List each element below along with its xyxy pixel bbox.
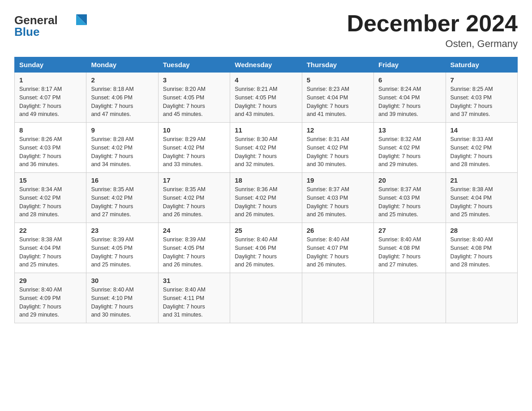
table-row: 24 Sunrise: 8:39 AMSunset: 4:05 PMDaylig… — [158, 223, 230, 273]
calendar-week-row: 1 Sunrise: 8:17 AMSunset: 4:07 PMDayligh… — [15, 73, 518, 123]
day-number: 12 — [307, 126, 369, 134]
calendar-week-row: 22 Sunrise: 8:38 AMSunset: 4:04 PMDaylig… — [15, 223, 518, 273]
header-wednesday: Wednesday — [230, 57, 302, 73]
table-row: 16 Sunrise: 8:35 AMSunset: 4:02 PMDaylig… — [86, 173, 158, 223]
day-number: 7 — [450, 76, 513, 84]
calendar-title: December 2024 — [347, 11, 518, 36]
day-number: 5 — [307, 76, 369, 84]
day-number: 18 — [235, 176, 297, 184]
table-row: 30 Sunrise: 8:40 AMSunset: 4:10 PMDaylig… — [86, 273, 158, 323]
day-number: 17 — [163, 176, 225, 184]
table-row: 3 Sunrise: 8:20 AMSunset: 4:05 PMDayligh… — [158, 73, 230, 123]
header-saturday: Saturday — [446, 57, 517, 73]
day-number: 4 — [235, 76, 297, 84]
table-row: 4 Sunrise: 8:21 AMSunset: 4:05 PMDayligh… — [230, 73, 302, 123]
calendar-week-row: 15 Sunrise: 8:34 AMSunset: 4:02 PMDaylig… — [15, 173, 518, 223]
day-number: 19 — [307, 176, 369, 184]
day-number: 1 — [19, 76, 82, 84]
table-row: 8 Sunrise: 8:26 AMSunset: 4:03 PMDayligh… — [15, 123, 86, 173]
day-info: Sunrise: 8:36 AMSunset: 4:02 PMDaylight:… — [235, 186, 277, 218]
table-row: 12 Sunrise: 8:31 AMSunset: 4:02 PMDaylig… — [302, 123, 373, 173]
day-info: Sunrise: 8:31 AMSunset: 4:02 PMDaylight:… — [307, 136, 349, 167]
day-info: Sunrise: 8:39 AMSunset: 4:05 PMDaylight:… — [91, 236, 133, 268]
day-info: Sunrise: 8:23 AMSunset: 4:04 PMDaylight:… — [307, 86, 349, 117]
table-row: 15 Sunrise: 8:34 AMSunset: 4:02 PMDaylig… — [15, 173, 86, 223]
day-info: Sunrise: 8:40 AMSunset: 4:06 PMDaylight:… — [235, 236, 277, 268]
day-number: 6 — [378, 76, 441, 84]
day-number: 29 — [19, 277, 82, 284]
day-number: 26 — [307, 227, 369, 234]
day-info: Sunrise: 8:34 AMSunset: 4:02 PMDaylight:… — [19, 186, 62, 218]
day-info: Sunrise: 8:30 AMSunset: 4:02 PMDaylight:… — [235, 136, 277, 167]
day-number: 31 — [163, 277, 225, 284]
calendar-week-row: 8 Sunrise: 8:26 AMSunset: 4:03 PMDayligh… — [15, 123, 518, 173]
table-row: 9 Sunrise: 8:28 AMSunset: 4:02 PMDayligh… — [86, 123, 158, 173]
table-row: 31 Sunrise: 8:40 AMSunset: 4:11 PMDaylig… — [158, 273, 230, 323]
table-row: 27 Sunrise: 8:40 AMSunset: 4:08 PMDaylig… — [374, 223, 446, 273]
day-info: Sunrise: 8:39 AMSunset: 4:05 PMDaylight:… — [163, 236, 206, 268]
day-info: Sunrise: 8:40 AMSunset: 4:08 PMDaylight:… — [378, 236, 421, 268]
svg-text:Blue: Blue — [14, 25, 39, 38]
day-info: Sunrise: 8:25 AMSunset: 4:03 PMDaylight:… — [450, 86, 493, 117]
day-number: 25 — [235, 227, 297, 234]
day-info: Sunrise: 8:29 AMSunset: 4:02 PMDaylight:… — [163, 136, 206, 167]
day-info: Sunrise: 8:18 AMSunset: 4:06 PMDaylight:… — [91, 86, 133, 117]
day-info: Sunrise: 8:24 AMSunset: 4:04 PMDaylight:… — [378, 86, 421, 117]
day-number: 15 — [19, 176, 82, 184]
table-row: 13 Sunrise: 8:32 AMSunset: 4:02 PMDaylig… — [374, 123, 446, 173]
table-row: 14 Sunrise: 8:33 AMSunset: 4:02 PMDaylig… — [446, 123, 517, 173]
day-number: 16 — [91, 176, 153, 184]
day-info: Sunrise: 8:40 AMSunset: 4:10 PMDaylight:… — [91, 287, 133, 318]
day-info: Sunrise: 8:35 AMSunset: 4:02 PMDaylight:… — [91, 186, 133, 218]
day-info: Sunrise: 8:28 AMSunset: 4:02 PMDaylight:… — [91, 136, 133, 167]
weekday-header-row: Sunday Monday Tuesday Wednesday Thursday… — [15, 57, 518, 73]
day-number: 11 — [235, 126, 297, 134]
logo: General Blue — [14, 11, 95, 38]
day-info: Sunrise: 8:20 AMSunset: 4:05 PMDaylight:… — [163, 86, 206, 117]
day-info: Sunrise: 8:37 AMSunset: 4:03 PMDaylight:… — [307, 186, 349, 218]
table-row: 21 Sunrise: 8:38 AMSunset: 4:04 PMDaylig… — [446, 173, 517, 223]
day-number: 22 — [19, 227, 82, 234]
table-row: 22 Sunrise: 8:38 AMSunset: 4:04 PMDaylig… — [15, 223, 86, 273]
header-thursday: Thursday — [302, 57, 373, 73]
day-number: 3 — [163, 76, 225, 84]
day-info: Sunrise: 8:17 AMSunset: 4:07 PMDaylight:… — [19, 86, 62, 117]
table-row: 29 Sunrise: 8:40 AMSunset: 4:09 PMDaylig… — [15, 273, 86, 323]
table-row: 19 Sunrise: 8:37 AMSunset: 4:03 PMDaylig… — [302, 173, 373, 223]
day-info: Sunrise: 8:32 AMSunset: 4:02 PMDaylight:… — [378, 136, 421, 167]
table-row — [302, 273, 373, 323]
calendar-table: Sunday Monday Tuesday Wednesday Thursday… — [14, 57, 518, 323]
day-number: 8 — [19, 126, 82, 134]
calendar-title-area: December 2024 Osten, Germany — [347, 11, 518, 50]
day-info: Sunrise: 8:40 AMSunset: 4:09 PMDaylight:… — [19, 287, 62, 318]
day-number: 2 — [91, 76, 153, 84]
day-number: 24 — [163, 227, 225, 234]
day-number: 28 — [450, 227, 513, 234]
logo-icon: General Blue — [14, 11, 95, 38]
page-header: General Blue December 2024 Osten, German… — [14, 11, 518, 50]
table-row: 25 Sunrise: 8:40 AMSunset: 4:06 PMDaylig… — [230, 223, 302, 273]
day-number: 23 — [91, 227, 153, 234]
day-info: Sunrise: 8:38 AMSunset: 4:04 PMDaylight:… — [19, 236, 62, 268]
day-info: Sunrise: 8:37 AMSunset: 4:03 PMDaylight:… — [378, 186, 421, 218]
header-tuesday: Tuesday — [158, 57, 230, 73]
day-number: 21 — [450, 176, 513, 184]
day-number: 30 — [91, 277, 153, 284]
table-row: 20 Sunrise: 8:37 AMSunset: 4:03 PMDaylig… — [374, 173, 446, 223]
day-info: Sunrise: 8:38 AMSunset: 4:04 PMDaylight:… — [450, 186, 493, 218]
table-row — [446, 273, 517, 323]
table-row: 11 Sunrise: 8:30 AMSunset: 4:02 PMDaylig… — [230, 123, 302, 173]
day-number: 14 — [450, 126, 513, 134]
day-info: Sunrise: 8:33 AMSunset: 4:02 PMDaylight:… — [450, 136, 493, 167]
day-info: Sunrise: 8:35 AMSunset: 4:02 PMDaylight:… — [163, 186, 206, 218]
day-number: 13 — [378, 126, 441, 134]
table-row: 18 Sunrise: 8:36 AMSunset: 4:02 PMDaylig… — [230, 173, 302, 223]
day-info: Sunrise: 8:26 AMSunset: 4:03 PMDaylight:… — [19, 136, 62, 167]
table-row: 17 Sunrise: 8:35 AMSunset: 4:02 PMDaylig… — [158, 173, 230, 223]
table-row: 6 Sunrise: 8:24 AMSunset: 4:04 PMDayligh… — [374, 73, 446, 123]
table-row: 7 Sunrise: 8:25 AMSunset: 4:03 PMDayligh… — [446, 73, 517, 123]
day-number: 27 — [378, 227, 441, 234]
day-info: Sunrise: 8:21 AMSunset: 4:05 PMDaylight:… — [235, 86, 277, 117]
day-info: Sunrise: 8:40 AMSunset: 4:07 PMDaylight:… — [307, 236, 349, 268]
day-number: 9 — [91, 126, 153, 134]
